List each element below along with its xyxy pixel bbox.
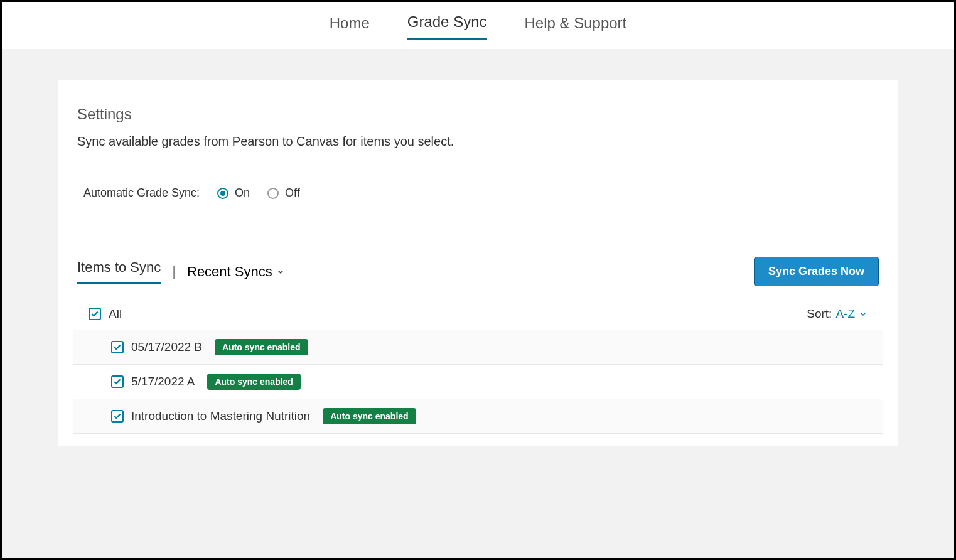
all-left: All: [89, 307, 122, 321]
content-background: Settings Sync available grades from Pear…: [2, 49, 954, 560]
checkbox-item-0[interactable]: [111, 341, 124, 353]
radio-off-label: Off: [285, 186, 300, 200]
sort-label: Sort:: [807, 307, 832, 321]
tab-recent-syncs[interactable]: Recent Syncs: [187, 264, 285, 280]
auto-sync-label: Automatic Grade Sync:: [83, 186, 200, 200]
sort-dropdown[interactable]: Sort: A-Z: [807, 307, 867, 321]
item-label-1: 5/17/2022 A: [131, 375, 195, 389]
settings-title: Settings: [77, 105, 879, 123]
nav-grade-sync[interactable]: Grade Sync: [407, 13, 487, 40]
tabs-row: Items to Sync | Recent Syncs Sync Grades…: [77, 257, 879, 298]
radio-dot: [220, 191, 225, 196]
list-header: All Sort: A-Z: [73, 298, 883, 330]
settings-description: Sync available grades from Pearson to Ca…: [77, 134, 879, 149]
checkbox-item-2[interactable]: [111, 410, 124, 423]
top-nav: Home Grade Sync Help & Support: [2, 2, 954, 49]
auto-sync-badge: Auto sync enabled: [215, 339, 308, 355]
all-label: All: [109, 307, 122, 321]
item-label-0: 05/17/2022 B: [131, 340, 202, 354]
radio-on-label: On: [235, 186, 250, 200]
chevron-down-icon: [276, 267, 285, 276]
radio-off-circle: [267, 188, 279, 199]
items-container: All Sort: A-Z 05/17/2022 B Auto sy: [73, 298, 883, 434]
nav-help-support[interactable]: Help & Support: [525, 14, 627, 40]
settings-panel: Settings Sync available grades from Pear…: [58, 80, 898, 446]
check-icon: [113, 412, 122, 421]
tab-separator: |: [172, 264, 176, 280]
recent-syncs-label: Recent Syncs: [187, 264, 272, 280]
check-icon: [113, 377, 122, 386]
item-row: Introduction to Mastering Nutrition Auto…: [73, 399, 883, 434]
item-label-2: Introduction to Mastering Nutrition: [131, 409, 310, 423]
sort-value: A-Z: [835, 307, 855, 321]
check-icon: [90, 310, 99, 318]
item-row: 5/17/2022 A Auto sync enabled: [73, 365, 883, 399]
auto-sync-row: Automatic Grade Sync: On Off: [83, 186, 879, 225]
tabs-left: Items to Sync | Recent Syncs: [77, 259, 285, 284]
checkbox-all[interactable]: [89, 308, 101, 320]
radio-on[interactable]: On: [217, 186, 250, 200]
auto-sync-badge: Auto sync enabled: [323, 408, 416, 424]
checkbox-item-1[interactable]: [111, 375, 124, 388]
tab-items-to-sync[interactable]: Items to Sync: [77, 259, 161, 284]
auto-sync-badge: Auto sync enabled: [207, 374, 300, 390]
sync-grades-now-button[interactable]: Sync Grades Now: [754, 257, 879, 286]
radio-on-circle: [217, 188, 228, 199]
item-row: 05/17/2022 B Auto sync enabled: [73, 330, 883, 365]
radio-off[interactable]: Off: [267, 186, 300, 200]
chevron-down-icon: [859, 310, 867, 318]
nav-home[interactable]: Home: [330, 14, 370, 40]
check-icon: [113, 343, 122, 352]
